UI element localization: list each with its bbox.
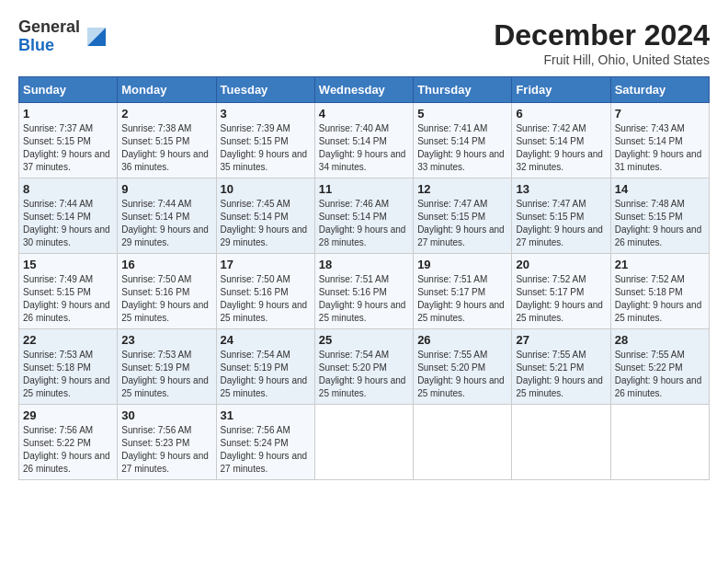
day-number: 5: [417, 107, 507, 121]
calendar-day-12: 12 Sunrise: 7:47 AM Sunset: 5:15 PM Dayl…: [414, 178, 512, 254]
day-number: 4: [319, 107, 409, 121]
day-info: Sunrise: 7:44 AM Sunset: 5:14 PM Dayligh…: [23, 199, 110, 247]
day-info: Sunrise: 7:55 AM Sunset: 5:21 PM Dayligh…: [516, 350, 603, 398]
col-tuesday: Tuesday: [216, 77, 314, 103]
day-info: Sunrise: 7:50 AM Sunset: 5:16 PM Dayligh…: [121, 274, 209, 323]
day-info: Sunrise: 7:49 AM Sunset: 5:15 PM Dayligh…: [23, 274, 110, 323]
calendar-day-2: 2 Sunrise: 7:38 AM Sunset: 5:15 PM Dayli…: [118, 103, 216, 178]
day-info: Sunrise: 7:54 AM Sunset: 5:20 PM Dayligh…: [319, 350, 406, 398]
col-saturday: Saturday: [610, 77, 709, 103]
day-number: 22: [23, 333, 113, 347]
page-header: General Blue December 2024 Fruit Hill, O…: [18, 18, 710, 67]
day-number: 18: [319, 258, 409, 271]
day-number: 15: [23, 258, 113, 271]
logo-icon: [83, 23, 110, 51]
calendar-day-24: 24 Sunrise: 7:54 AM Sunset: 5:19 PM Dayl…: [216, 329, 314, 405]
day-number: 16: [121, 258, 211, 271]
day-number: 30: [121, 408, 211, 422]
day-info: Sunrise: 7:39 AM Sunset: 5:15 PM Dayligh…: [221, 123, 308, 172]
logo: General Blue: [18, 18, 110, 55]
day-info: Sunrise: 7:55 AM Sunset: 5:22 PM Dayligh…: [615, 350, 702, 398]
day-number: 8: [23, 182, 113, 196]
calendar-empty-cell: [314, 405, 413, 480]
page-title: December 2024: [494, 18, 710, 52]
calendar-day-18: 18 Sunrise: 7:51 AM Sunset: 5:16 PM Dayl…: [314, 254, 413, 329]
title-area: December 2024 Fruit Hill, Ohio, United S…: [494, 18, 710, 67]
day-number: 25: [319, 333, 409, 347]
calendar-day-15: 15 Sunrise: 7:49 AM Sunset: 5:15 PM Dayl…: [19, 254, 118, 329]
day-info: Sunrise: 7:48 AM Sunset: 5:15 PM Dayligh…: [615, 199, 702, 247]
col-sunday: Sunday: [19, 77, 118, 103]
day-number: 3: [221, 107, 311, 121]
day-info: Sunrise: 7:54 AM Sunset: 5:19 PM Dayligh…: [221, 350, 308, 398]
day-number: 10: [221, 182, 311, 196]
day-info: Sunrise: 7:56 AM Sunset: 5:22 PM Dayligh…: [23, 425, 110, 474]
day-number: 31: [221, 408, 311, 422]
calendar-empty-cell: [512, 405, 610, 480]
day-info: Sunrise: 7:40 AM Sunset: 5:14 PM Dayligh…: [319, 123, 406, 172]
day-number: 24: [221, 333, 311, 347]
calendar-table: Sunday Monday Tuesday Wednesday Thursday…: [18, 76, 710, 480]
day-number: 7: [615, 107, 705, 121]
calendar-day-27: 27 Sunrise: 7:55 AM Sunset: 5:21 PM Dayl…: [512, 329, 610, 405]
calendar-week-2: 8 Sunrise: 7:44 AM Sunset: 5:14 PM Dayli…: [19, 178, 710, 254]
calendar-day-16: 16 Sunrise: 7:50 AM Sunset: 5:16 PM Dayl…: [118, 254, 216, 329]
day-number: 12: [417, 182, 507, 196]
col-friday: Friday: [512, 77, 610, 103]
col-monday: Monday: [118, 77, 216, 103]
calendar-day-7: 7 Sunrise: 7:43 AM Sunset: 5:14 PM Dayli…: [610, 103, 709, 178]
calendar-day-6: 6 Sunrise: 7:42 AM Sunset: 5:14 PM Dayli…: [512, 103, 610, 178]
day-info: Sunrise: 7:44 AM Sunset: 5:14 PM Dayligh…: [121, 199, 209, 247]
col-thursday: Thursday: [414, 77, 512, 103]
col-wednesday: Wednesday: [314, 77, 413, 103]
day-info: Sunrise: 7:51 AM Sunset: 5:16 PM Dayligh…: [319, 274, 406, 323]
day-info: Sunrise: 7:43 AM Sunset: 5:14 PM Dayligh…: [615, 123, 702, 172]
day-number: 21: [615, 258, 705, 271]
day-info: Sunrise: 7:47 AM Sunset: 5:15 PM Dayligh…: [516, 199, 603, 247]
calendar-day-10: 10 Sunrise: 7:45 AM Sunset: 5:14 PM Dayl…: [216, 178, 314, 254]
day-number: 13: [516, 182, 606, 196]
calendar-day-19: 19 Sunrise: 7:51 AM Sunset: 5:17 PM Dayl…: [414, 254, 512, 329]
calendar-day-5: 5 Sunrise: 7:41 AM Sunset: 5:14 PM Dayli…: [414, 103, 512, 178]
day-info: Sunrise: 7:46 AM Sunset: 5:14 PM Dayligh…: [319, 199, 406, 247]
calendar-empty-cell: [414, 405, 512, 480]
day-number: 27: [516, 333, 606, 347]
calendar-day-30: 30 Sunrise: 7:56 AM Sunset: 5:23 PM Dayl…: [118, 405, 216, 480]
calendar-week-4: 22 Sunrise: 7:53 AM Sunset: 5:18 PM Dayl…: [19, 329, 710, 405]
calendar-day-14: 14 Sunrise: 7:48 AM Sunset: 5:15 PM Dayl…: [610, 178, 709, 254]
calendar-day-26: 26 Sunrise: 7:55 AM Sunset: 5:20 PM Dayl…: [414, 329, 512, 405]
day-number: 19: [417, 258, 507, 271]
calendar-day-29: 29 Sunrise: 7:56 AM Sunset: 5:22 PM Dayl…: [19, 405, 118, 480]
day-info: Sunrise: 7:52 AM Sunset: 5:17 PM Dayligh…: [516, 274, 603, 323]
calendar-week-1: 1 Sunrise: 7:37 AM Sunset: 5:15 PM Dayli…: [19, 103, 710, 178]
day-number: 20: [516, 258, 606, 271]
day-number: 9: [121, 182, 211, 196]
day-number: 6: [516, 107, 606, 121]
calendar-empty-cell: [610, 405, 709, 480]
logo-blue: Blue: [18, 37, 54, 55]
calendar-day-20: 20 Sunrise: 7:52 AM Sunset: 5:17 PM Dayl…: [512, 254, 610, 329]
day-number: 14: [615, 182, 705, 196]
day-info: Sunrise: 7:56 AM Sunset: 5:24 PM Dayligh…: [221, 425, 308, 474]
calendar-day-23: 23 Sunrise: 7:53 AM Sunset: 5:19 PM Dayl…: [118, 329, 216, 405]
day-info: Sunrise: 7:38 AM Sunset: 5:15 PM Dayligh…: [121, 123, 209, 172]
day-info: Sunrise: 7:45 AM Sunset: 5:14 PM Dayligh…: [221, 199, 308, 247]
day-number: 1: [23, 107, 113, 121]
day-info: Sunrise: 7:47 AM Sunset: 5:15 PM Dayligh…: [417, 199, 505, 247]
day-number: 26: [417, 333, 507, 347]
day-info: Sunrise: 7:53 AM Sunset: 5:19 PM Dayligh…: [121, 350, 209, 398]
calendar-day-3: 3 Sunrise: 7:39 AM Sunset: 5:15 PM Dayli…: [216, 103, 314, 178]
calendar-day-22: 22 Sunrise: 7:53 AM Sunset: 5:18 PM Dayl…: [19, 329, 118, 405]
calendar-day-1: 1 Sunrise: 7:37 AM Sunset: 5:15 PM Dayli…: [19, 103, 118, 178]
calendar-day-31: 31 Sunrise: 7:56 AM Sunset: 5:24 PM Dayl…: [216, 405, 314, 480]
calendar-day-25: 25 Sunrise: 7:54 AM Sunset: 5:20 PM Dayl…: [314, 329, 413, 405]
calendar-day-11: 11 Sunrise: 7:46 AM Sunset: 5:14 PM Dayl…: [314, 178, 413, 254]
day-info: Sunrise: 7:50 AM Sunset: 5:16 PM Dayligh…: [221, 274, 308, 323]
day-info: Sunrise: 7:37 AM Sunset: 5:15 PM Dayligh…: [23, 123, 110, 172]
day-number: 17: [221, 258, 311, 271]
calendar-day-28: 28 Sunrise: 7:55 AM Sunset: 5:22 PM Dayl…: [610, 329, 709, 405]
day-info: Sunrise: 7:42 AM Sunset: 5:14 PM Dayligh…: [516, 123, 603, 172]
day-number: 11: [319, 182, 409, 196]
calendar-day-4: 4 Sunrise: 7:40 AM Sunset: 5:14 PM Dayli…: [314, 103, 413, 178]
day-info: Sunrise: 7:51 AM Sunset: 5:17 PM Dayligh…: [417, 274, 505, 323]
